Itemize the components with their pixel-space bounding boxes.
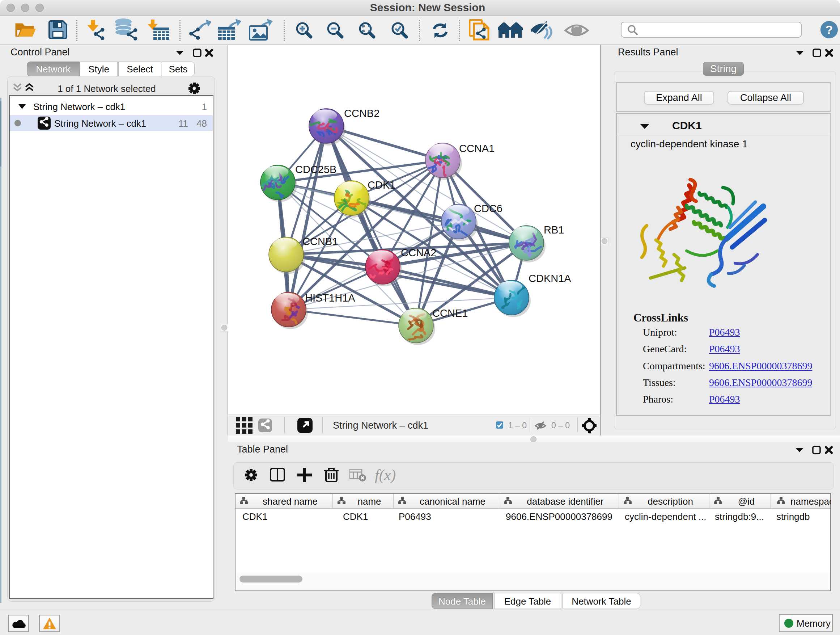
svg-text:?: ? — [826, 23, 833, 36]
svg-text:CCNB1: CCNB1 — [302, 236, 338, 247]
svg-text:CDC25B: CDC25B — [295, 164, 336, 175]
svg-text:CDK1: CDK1 — [368, 179, 395, 191]
svg-text:CCNA1: CCNA1 — [459, 143, 494, 154]
svg-text:HIST1H1A: HIST1H1A — [305, 292, 355, 304]
svg-text:CCNB2: CCNB2 — [344, 108, 379, 119]
svg-text:CDKN1A: CDKN1A — [529, 272, 571, 284]
svg-text:RB1: RB1 — [544, 224, 564, 236]
svg-text:CDC6: CDC6 — [474, 203, 502, 214]
svg-text:CCNA2: CCNA2 — [401, 247, 436, 258]
svg-text:CCNE1: CCNE1 — [432, 307, 468, 319]
